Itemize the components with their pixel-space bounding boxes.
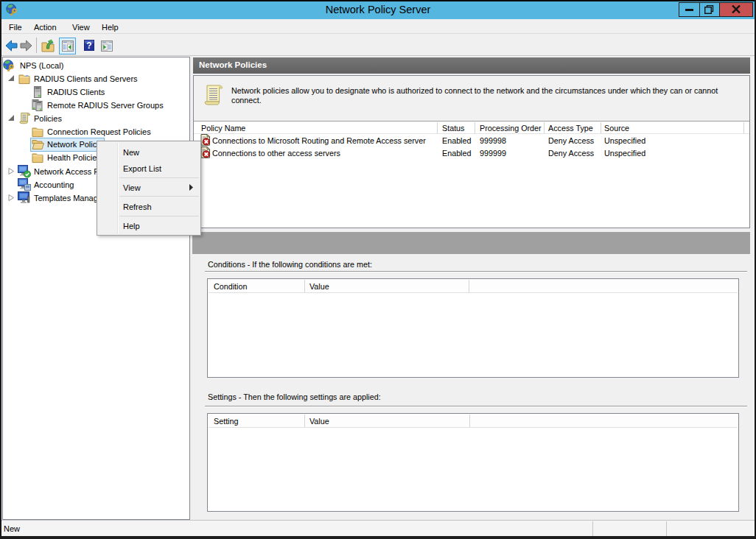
svg-text:?: ? xyxy=(86,40,91,51)
